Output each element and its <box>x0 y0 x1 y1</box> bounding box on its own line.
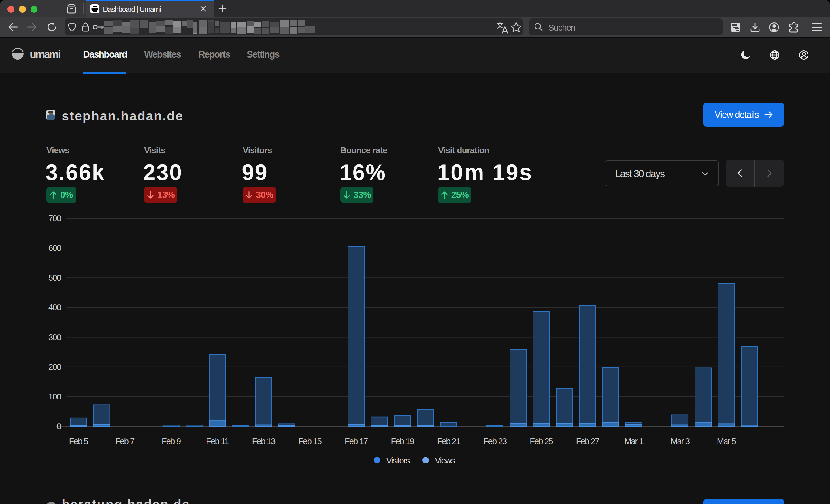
svg-text:700: 700 <box>49 213 61 223</box>
svg-text:Feb 27: Feb 27 <box>576 436 599 446</box>
svg-text:500: 500 <box>49 273 61 282</box>
svg-text:100: 100 <box>49 392 61 401</box>
svg-text:Feb 17: Feb 17 <box>345 436 368 446</box>
svg-text:Feb 19: Feb 19 <box>391 436 414 446</box>
svg-text:Mar 3: Mar 3 <box>671 436 690 446</box>
svg-text:Feb 15: Feb 15 <box>298 436 322 446</box>
svg-text:400: 400 <box>49 302 61 312</box>
svg-text:Feb 9: Feb 9 <box>162 436 181 446</box>
svg-text:Feb 5: Feb 5 <box>69 436 88 446</box>
svg-text:Mar 1: Mar 1 <box>624 436 643 446</box>
svg-text:Mar 5: Mar 5 <box>717 436 736 446</box>
svg-text:600: 600 <box>49 243 61 253</box>
svg-text:Feb 21: Feb 21 <box>437 436 460 446</box>
svg-text:Feb 23: Feb 23 <box>483 436 507 446</box>
svg-text:300: 300 <box>49 332 61 342</box>
svg-text:Visitors: Visitors <box>386 456 410 465</box>
svg-text:Feb 11: Feb 11 <box>206 436 228 446</box>
svg-text:200: 200 <box>49 362 61 372</box>
svg-text:Views: Views <box>435 456 455 465</box>
svg-text:Feb 25: Feb 25 <box>530 436 553 446</box>
svg-text:0: 0 <box>57 421 61 431</box>
svg-text:Feb 13: Feb 13 <box>252 436 276 446</box>
svg-text:Feb 7: Feb 7 <box>115 436 134 446</box>
